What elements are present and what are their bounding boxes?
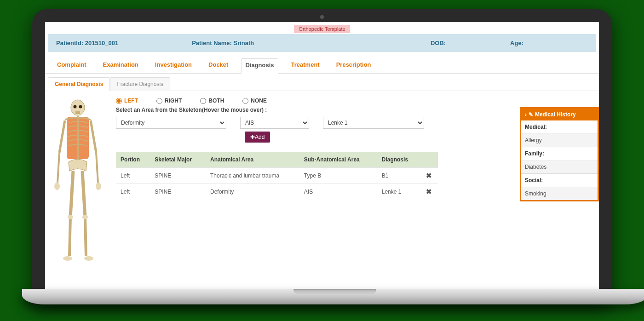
sub-anatomical-select[interactable]: AIS [240, 117, 309, 129]
add-button[interactable]: ✚Add [245, 132, 270, 143]
side-radio-both[interactable] [200, 98, 206, 104]
side-radio-left[interactable] [116, 98, 122, 104]
patient-name-label: Patient Name: [192, 40, 232, 46]
add-button-label: Add [255, 134, 264, 140]
svg-point-19 [84, 256, 93, 261]
table-cell: Left [116, 184, 150, 200]
side-label: LEFT [124, 97, 138, 104]
med-history-label: Medical: [521, 120, 598, 133]
svg-line-13 [69, 217, 70, 256]
side-option-right[interactable]: RIGHT [156, 97, 182, 104]
plus-icon: ✚ [250, 134, 255, 140]
medical-history-title: Medical History [535, 111, 576, 118]
patient-age-label: Age: [510, 40, 523, 46]
diagnosis-content: LEFTRIGHTBOTHNONE Select an Area from th… [45, 91, 599, 263]
med-history-value: Smoking [521, 187, 598, 200]
svg-line-12 [70, 171, 73, 217]
skeleton-svg[interactable] [50, 97, 105, 263]
medical-history-header[interactable]: › ✎ Medical History [521, 109, 598, 120]
svg-rect-5 [77, 116, 79, 162]
chevron-right-icon: › [525, 111, 527, 118]
tab-treatment[interactable]: Treatment [288, 58, 323, 73]
patient-id-value: 201510_001 [85, 40, 118, 46]
anatomical-area-select[interactable]: Deformity [116, 117, 226, 129]
side-radio-right[interactable] [156, 98, 162, 104]
patient-age: Age: [510, 40, 523, 46]
svg-rect-4 [75, 111, 80, 114]
table-header: Diagnosis [377, 152, 420, 168]
table-cell: Left [116, 168, 150, 184]
diagnosis-table: PortionSkeletal MajorAnatomical AreaSub-… [116, 152, 438, 200]
patient-name: Patient Name: Srinath [192, 40, 254, 46]
side-label: RIGHT [165, 97, 182, 104]
table-header: Portion [116, 152, 150, 168]
delete-row-button[interactable]: ✖ [420, 184, 438, 200]
table-header: Sub-Anatomical Area [299, 152, 377, 168]
patient-dob: DOB: [431, 40, 446, 46]
table-cell: Deformity [206, 184, 299, 200]
table-cell: Thoracic and lumbar trauma [206, 168, 299, 184]
patient-id-label: PatientId: [56, 40, 83, 46]
skeleton-diagram[interactable] [48, 97, 108, 263]
medical-history-body: Medical:AllergyFamily:DiabetesSocial:Smo… [521, 120, 598, 200]
svg-line-14 [82, 171, 85, 217]
svg-line-8 [91, 120, 96, 153]
side-option-left[interactable]: LEFT [116, 97, 138, 104]
patient-info-bar: PatientId: 201510_001 Patient Name: Srin… [48, 34, 596, 52]
table-header: Skeletal Major [150, 152, 206, 168]
svg-line-7 [58, 153, 59, 183]
med-history-label: Social: [521, 173, 598, 187]
tab-investigation[interactable]: Investigation [151, 58, 196, 73]
diagnosis-select[interactable]: Lenke 1 [323, 117, 424, 129]
svg-point-10 [54, 183, 60, 190]
side-label: NONE [251, 97, 267, 104]
svg-point-17 [82, 215, 88, 219]
laptop-notch [293, 289, 376, 294]
tab-docket[interactable]: Docket [205, 58, 232, 73]
app-screen: Orthopedic Template PatientId: 201510_00… [45, 22, 599, 289]
subtab-general-diagnosis[interactable]: General Diagnosis [48, 77, 110, 91]
laptop-frame: Orthopedic Template PatientId: 201510_00… [32, 9, 612, 304]
tab-examination[interactable]: Examination [99, 58, 142, 73]
side-radio-group: LEFTRIGHTBOTHNONE [116, 97, 596, 104]
svg-point-16 [68, 215, 73, 219]
table-row: LeftSPINEDeformityAISLenke 1✖ [116, 184, 438, 200]
patient-id: PatientId: 201510_001 [56, 40, 118, 46]
med-history-value: Allergy [521, 133, 598, 147]
patient-dob-label: DOB: [431, 40, 446, 46]
svg-line-9 [96, 153, 98, 183]
svg-line-15 [85, 217, 86, 256]
table-cell: AIS [299, 184, 377, 200]
table-cell: Lenke 1 [377, 184, 420, 200]
patient-name-value: Srinath [234, 40, 254, 46]
side-option-both[interactable]: BOTH [200, 97, 224, 104]
tab-prescription[interactable]: Prescription [333, 58, 375, 73]
side-label: BOTH [208, 97, 224, 104]
table-header: Anatomical Area [206, 152, 299, 168]
tab-diagnosis[interactable]: Diagnosis [241, 58, 278, 74]
table-cell: SPINE [150, 184, 206, 200]
side-option-none[interactable]: NONE [242, 97, 267, 104]
med-history-label: Family: [521, 147, 598, 160]
svg-point-11 [96, 183, 101, 190]
svg-point-2 [74, 105, 77, 109]
table-cell: B1 [377, 168, 420, 184]
table-header [420, 152, 438, 168]
med-history-value: Diabetes [521, 160, 598, 173]
camera-dot [320, 15, 324, 19]
delete-row-button[interactable]: ✖ [420, 168, 438, 184]
edit-icon: ✎ [529, 111, 533, 118]
medical-history-panel: › ✎ Medical History Medical:AllergyFamil… [520, 107, 599, 201]
svg-point-3 [79, 105, 82, 109]
subtab-fracture-diagnosis[interactable]: Fracture Diagnosis [110, 77, 170, 91]
laptop-base [22, 289, 644, 304]
table-cell: Type B [299, 168, 377, 184]
table-cell: SPINE [150, 168, 206, 184]
svg-line-6 [59, 120, 65, 153]
template-badge: Orthopedic Template [294, 25, 350, 33]
table-row: LeftSPINEThoracic and lumbar traumaType … [116, 168, 438, 184]
sub-tabs: General DiagnosisFracture Diagnosis [45, 74, 599, 91]
side-radio-none[interactable] [242, 98, 248, 104]
svg-point-18 [63, 256, 72, 261]
tab-complaint[interactable]: Complaint [53, 58, 90, 73]
